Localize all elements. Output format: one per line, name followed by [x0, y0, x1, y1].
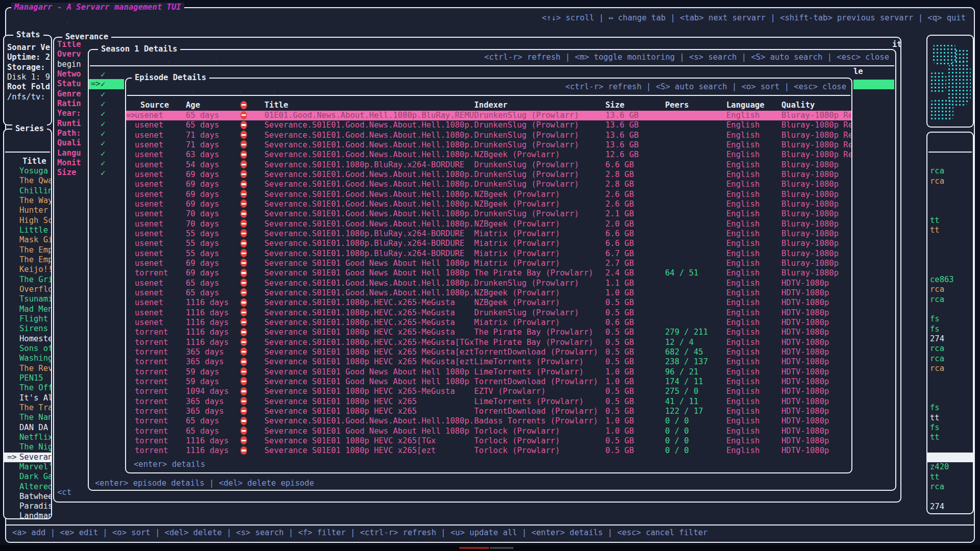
list-item[interactable]: Keijo!! — [4, 265, 51, 274]
table-row[interactable]: torrent 69 days Severance S01E01 Good Ne… — [126, 268, 851, 278]
table-row[interactable]: torrent 1116 days Severance S01E01 1080p… — [126, 328, 851, 337]
app-title: Managarr - A Servarr management TUI — [11, 3, 184, 12]
list-item[interactable]: Paradis — [4, 502, 51, 511]
list-item[interactable]: The Rev — [4, 364, 51, 373]
episode-row[interactable]: ✓ — [89, 99, 125, 109]
table-row[interactable]: torrent 1094 days Severance S01E01 1080p… — [126, 387, 851, 396]
list-item[interactable]: Batwhee — [4, 492, 51, 502]
list-item[interactable]: The Emp — [4, 255, 51, 265]
episode-row[interactable]: ✓ — [89, 148, 125, 158]
table-row[interactable]: usenet 1116 days Severance.S01E01.1080p.… — [126, 318, 851, 328]
list-item[interactable]: Dark Ga — [4, 472, 51, 482]
cell-peers — [665, 308, 726, 318]
table-row[interactable]: usenet 65 days Severance.S01E01.Good.New… — [126, 288, 851, 298]
list-item[interactable]: Mad Men — [4, 305, 51, 314]
table-row[interactable]: torrent 365 days Severance S01E01 1080p … — [126, 357, 851, 367]
list-item[interactable]: The Nan — [4, 413, 51, 422]
list-item[interactable]: Sirens — [4, 324, 51, 334]
list-item[interactable]: Homeste — [4, 334, 51, 344]
table-row[interactable]: usenet 69 days Severance.S01E01.Good.New… — [126, 190, 851, 199]
list-item[interactable]: Chillin — [4, 186, 51, 196]
table-row[interactable]: usenet 55 days Severance.S01E01.1080p.Bl… — [126, 239, 851, 248]
cell-source: usenet — [135, 219, 186, 229]
list-item[interactable]: The Gri — [4, 275, 51, 285]
list-item[interactable]: Overflo — [4, 285, 51, 294]
episode-row[interactable]: ✓ — [89, 129, 125, 138]
col-language[interactable]: Language — [726, 101, 781, 110]
col-source[interactable]: Source — [135, 101, 186, 110]
table-row[interactable]: usenet 69 days Severance.S01E01.Good.New… — [126, 180, 851, 189]
table-row[interactable]: usenet 54 days Severance.S01E01.1080p.Bl… — [126, 160, 851, 170]
table-row[interactable]: usenet 65 days Severance.S01E01.Good.New… — [126, 120, 851, 130]
cell-title: Severance.S01E01.Good.News.About.Hell.10… — [264, 180, 474, 189]
list-item[interactable]: Marvel' — [4, 462, 51, 472]
list-item[interactable]: PEN15 — [4, 373, 51, 383]
col-quality[interactable]: Quality — [781, 101, 851, 110]
list-item[interactable]: Tsunami — [4, 294, 51, 304]
episode-row[interactable]: ✓ — [89, 109, 125, 118]
list-item[interactable]: Hunter — [4, 206, 51, 215]
table-row[interactable]: torrent 1116 days Severance S01E01 1080p… — [126, 446, 851, 456]
table-row[interactable]: usenet 70 days Severance.S01E01.Good.New… — [126, 219, 851, 229]
table-row[interactable]: torrent 59 days Severance S01E01 Good Ne… — [126, 367, 851, 377]
selection-marker — [126, 397, 135, 407]
episode-row[interactable]: ✓ — [89, 158, 125, 168]
list-item[interactable]: =>Severan — [4, 453, 51, 462]
list-item[interactable]: Little — [4, 226, 51, 235]
col-age[interactable]: Age — [186, 101, 239, 110]
episode-row[interactable]: ✓ — [89, 119, 125, 129]
list-item[interactable]: Landman — [4, 511, 51, 521]
no-entry-icon[interactable] — [240, 101, 247, 109]
list-item[interactable]: The Off — [4, 383, 51, 393]
list-item[interactable]: Washing — [4, 354, 51, 363]
cell-language: English — [726, 140, 781, 150]
row-fragment: rca — [930, 295, 944, 305]
list-item[interactable]: The Nig — [4, 442, 51, 452]
table-row[interactable]: usenet 71 days Severance.S01E01.Good.New… — [126, 140, 851, 150]
table-row[interactable]: usenet 65 days Severance.S01E01.Good.New… — [126, 279, 851, 288]
list-item[interactable]: Netflix — [4, 433, 51, 442]
list-item[interactable]: It's Al — [4, 393, 51, 403]
list-item[interactable]: Mask Gi — [4, 235, 51, 245]
col-indexer[interactable]: Indexer — [474, 101, 605, 110]
list-item[interactable]: The Tra — [4, 403, 51, 413]
table-row[interactable]: usenet 55 days Severance.S01E01.1080p.Bl… — [126, 229, 851, 239]
episode-row[interactable]: ✓ — [89, 69, 125, 79]
list-item[interactable]: Yosuga — [4, 166, 51, 176]
list-item[interactable]: The Qwa — [4, 176, 51, 186]
table-row[interactable]: usenet 55 days Severance.S01E01.1080p.Bl… — [126, 249, 851, 259]
list-item[interactable]: The Way — [4, 196, 51, 206]
episode-row[interactable]: ✓ — [89, 138, 125, 148]
cell-age: 365 days — [186, 347, 239, 357]
table-row[interactable]: usenet 70 days Severance.S01E01.Good.New… — [126, 209, 851, 219]
table-row[interactable]: usenet 71 days Severance.S01E01.Good.New… — [126, 131, 851, 140]
table-row[interactable]: torrent 65 days Severance.S01E01.Good.Ne… — [126, 416, 851, 426]
table-row[interactable]: usenet 69 days Severance S01E01 Good New… — [126, 259, 851, 268]
cell-indexer: DrunkenSlug (Prowlarr) — [474, 170, 605, 180]
row-fragment: 274 — [930, 502, 944, 512]
table-row[interactable]: torrent 1116 days Severance.S01E01.1080p… — [126, 338, 851, 347]
table-row[interactable]: torrent 365 days Severance S01E01 1080p … — [126, 347, 851, 357]
table-row[interactable]: torrent 59 days Severance S01E01 Good Ne… — [126, 377, 851, 387]
table-row[interactable]: usenet 69 days Severance.S01E01.Good.New… — [126, 170, 851, 180]
table-row[interactable]: => usenet 65 days 01E01.Good.News.About.… — [126, 111, 851, 120]
table-row[interactable]: usenet 69 days Severance.S01E01.Good.New… — [126, 199, 851, 209]
list-item[interactable]: Flight — [4, 314, 51, 324]
list-item[interactable]: DAN DA — [4, 423, 51, 433]
table-row[interactable]: usenet 63 days Severance.S01E01.Good.New… — [126, 150, 851, 160]
table-row[interactable]: torrent 1116 days Severance S01E01 1080p… — [126, 436, 851, 446]
list-item[interactable]: Altered — [4, 482, 51, 492]
col-title[interactable]: Title — [264, 101, 474, 110]
col-size[interactable]: Size — [605, 101, 665, 110]
table-row[interactable]: usenet 1116 days Severance.S01E01.1080p.… — [126, 308, 851, 318]
list-item[interactable]: High Sc — [4, 216, 51, 226]
episode-row[interactable]: ✓ — [89, 168, 125, 178]
cell-quality: Bluray-1080p — [781, 190, 851, 199]
table-row[interactable]: torrent 65 days Severance S01E01 Good Ne… — [126, 427, 851, 436]
list-item[interactable]: The Emp — [4, 245, 51, 255]
table-row[interactable]: usenet 1116 days Severance.S01E01.1080p.… — [126, 298, 851, 308]
list-item[interactable]: Sons of — [4, 344, 51, 354]
table-row[interactable]: torrent 365 days Severance S01E01 1080p … — [126, 397, 851, 407]
col-peers[interactable]: Peers — [665, 101, 726, 110]
table-row[interactable]: torrent 365 days Severance S01E01 1080p … — [126, 407, 851, 416]
